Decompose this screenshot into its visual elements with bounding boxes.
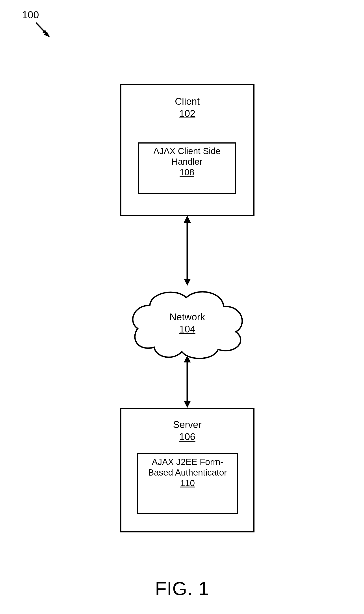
client-title: Client xyxy=(121,95,253,107)
figure-caption: FIG. 1 xyxy=(0,578,364,600)
double-arrow-network-server-icon xyxy=(181,355,194,408)
ajax-authenticator-number: 110 xyxy=(140,478,235,488)
server-title: Server xyxy=(121,418,253,431)
ajax-authenticator-box: AJAX J2EE Form-Based Authenticator 110 xyxy=(137,453,238,514)
server-box: Server 106 AJAX J2EE Form-Based Authenti… xyxy=(120,408,255,533)
network-title: Network xyxy=(126,311,249,323)
svg-marker-4 xyxy=(184,216,191,223)
server-number: 106 xyxy=(121,431,253,443)
ajax-client-handler-title: AJAX Client Side Handler xyxy=(141,146,233,167)
ajax-client-handler-box: AJAX Client Side Handler 108 xyxy=(138,142,236,194)
diagram-reference-label: 100 xyxy=(22,9,39,21)
ajax-client-handler-number: 108 xyxy=(141,167,233,177)
patent-figure-page: 100 Client 102 AJAX Client Side Handler … xyxy=(0,0,364,614)
diagram-reference-arrow-icon xyxy=(34,21,54,42)
client-box: Client 102 AJAX Client Side Handler 108 xyxy=(120,84,255,216)
network-cloud: Network 104 xyxy=(126,284,249,363)
ajax-authenticator-title: AJAX J2EE Form-Based Authenticator xyxy=(140,457,235,478)
svg-marker-7 xyxy=(184,355,191,362)
network-number: 104 xyxy=(179,323,195,335)
svg-marker-8 xyxy=(184,401,191,408)
client-number: 102 xyxy=(121,107,253,120)
double-arrow-client-network-icon xyxy=(181,216,194,286)
